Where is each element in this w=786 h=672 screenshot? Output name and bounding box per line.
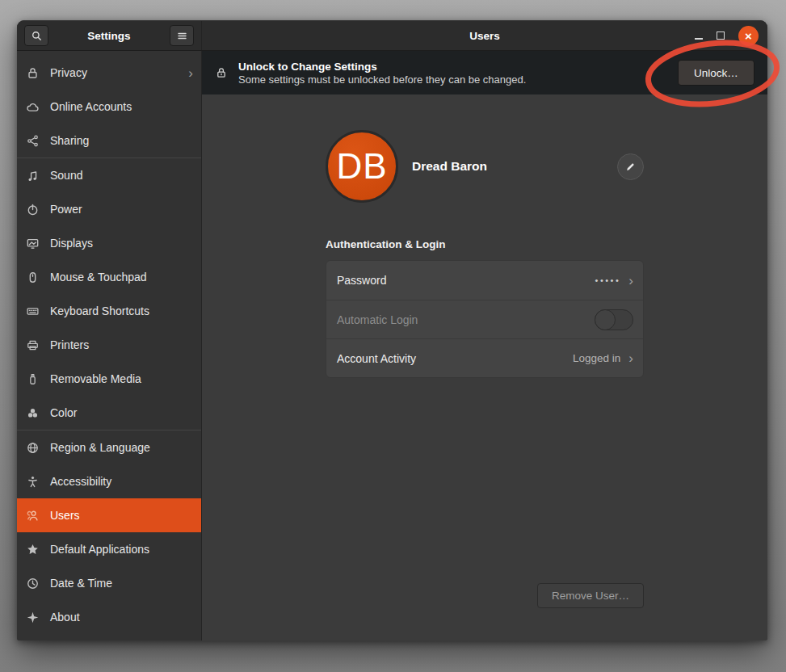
lock-icon [215, 66, 228, 79]
section-title: Authentication & Login [326, 238, 644, 250]
power-icon [26, 203, 40, 216]
sidebar-item-keyboard-shortcuts[interactable]: Keyboard Shortcuts [17, 294, 201, 328]
keyboard-icon [26, 304, 40, 318]
user-card: DB Dread Baron [326, 130, 644, 203]
sidebar-item-mouse-touchpad[interactable]: Mouse & Touchpad [17, 260, 201, 294]
sidebar-item-sound[interactable]: Sound [17, 158, 201, 192]
titlebar-left: Settings [17, 21, 202, 50]
pencil-icon [625, 162, 636, 172]
password-label: Password [337, 274, 595, 287]
color-icon [26, 406, 40, 420]
bottom-actions: Remove User… [326, 583, 644, 640]
banner-text: Unlock to Change Settings Some settings … [238, 61, 526, 86]
sidebar-item-privacy[interactable]: Privacy › [17, 56, 201, 90]
sidebar-item-displays[interactable]: Displays [17, 226, 201, 260]
sidebar-item-label: Date & Time [50, 577, 193, 590]
sidebar-item-label: Accessibility [50, 475, 193, 488]
sidebar-item-default-applications[interactable]: Default Applications [17, 532, 201, 566]
close-button[interactable]: × [738, 26, 759, 46]
sidebar-item-label: Color [50, 406, 193, 419]
sidebar-item-users[interactable]: Users [17, 498, 201, 532]
account-activity-row[interactable]: Account Activity Logged in › [326, 338, 643, 377]
sidebar-item-label: About [50, 611, 193, 624]
sidebar-item-removable-media[interactable]: Removable Media [17, 362, 201, 396]
rename-user-button[interactable] [617, 153, 644, 180]
users-icon [26, 509, 40, 523]
flash-drive-icon [26, 372, 40, 386]
unlock-button[interactable]: Unlock… [678, 60, 754, 86]
sidebar-item-label: Region & Language [50, 441, 193, 454]
toggle-knob [595, 309, 616, 330]
chevron-right-icon: › [628, 351, 633, 365]
sidebar-item-label: Mouse & Touchpad [50, 271, 193, 284]
menu-button[interactable] [170, 25, 194, 46]
chevron-right-icon: › [628, 274, 633, 288]
titlebar-right: Users × [202, 21, 767, 50]
sidebar-item-label: Default Applications [50, 543, 193, 556]
mouse-icon [26, 271, 40, 284]
sidebar-item-label: Privacy [50, 66, 178, 79]
sidebar-item-label: Users [50, 509, 193, 522]
sidebar-item-accessibility[interactable]: Accessibility [17, 464, 201, 498]
lock-icon [26, 66, 40, 80]
maximize-icon [717, 32, 725, 40]
search-icon [31, 30, 43, 42]
music-note-icon [26, 169, 40, 183]
sidebar-item-label: Power [50, 203, 193, 216]
account-activity-label: Account Activity [337, 352, 573, 365]
minimize-button[interactable] [695, 32, 703, 40]
sidebar-item-label: Keyboard Shortcuts [50, 304, 193, 317]
cloud-icon [26, 100, 40, 114]
sidebar-item-label: Sound [50, 169, 193, 182]
auth-login-list: Password ••••• › Automatic Login [326, 260, 644, 378]
maximize-button[interactable] [717, 32, 725, 40]
banner-subtitle: Some settings must be unlocked before th… [238, 74, 526, 86]
sidebar-item-date-time[interactable]: Date & Time [17, 566, 201, 600]
account-activity-value: Logged in [573, 352, 620, 364]
sidebar-item-about[interactable]: About [17, 600, 201, 634]
sidebar-item-sharing[interactable]: Sharing [17, 124, 201, 158]
window-controls: × [695, 26, 759, 46]
automatic-login-toggle[interactable] [595, 309, 633, 330]
chevron-right-icon: › [188, 66, 193, 80]
share-icon [26, 134, 40, 148]
remove-user-button[interactable]: Remove User… [537, 583, 644, 608]
page-title: Users [202, 30, 767, 42]
users-panel: DB Dread Baron Authentication & Login [202, 94, 767, 640]
auth-login-section: Authentication & Login Password ••••• › … [326, 238, 644, 378]
titlebar: Settings Users × [17, 20, 767, 51]
user-full-name: Dread Baron [412, 159, 487, 174]
printer-icon [26, 338, 40, 352]
sidebar-item-label: Online Accounts [50, 100, 193, 113]
close-icon: × [745, 30, 752, 42]
window-body: Privacy › Online Accounts Sharing [17, 51, 767, 640]
sidebar: Privacy › Online Accounts Sharing [17, 51, 202, 640]
password-row[interactable]: Password ••••• › [326, 261, 643, 300]
sidebar-item-label: Printers [50, 338, 193, 351]
password-value: ••••• [595, 275, 621, 285]
sidebar-item-online-accounts[interactable]: Online Accounts [17, 90, 201, 124]
main-content: Unlock to Change Settings Some settings … [202, 51, 767, 640]
unlock-banner: Unlock to Change Settings Some settings … [202, 51, 767, 94]
clock-icon [26, 577, 40, 590]
banner-title: Unlock to Change Settings [238, 61, 526, 73]
automatic-login-label: Automatic Login [337, 313, 595, 326]
sidebar-item-printers[interactable]: Printers [17, 328, 201, 362]
sidebar-item-label: Removable Media [50, 372, 193, 385]
star-icon [26, 543, 40, 556]
sidebar-item-color[interactable]: Color [17, 396, 201, 430]
display-icon [26, 237, 40, 250]
hamburger-icon [176, 30, 188, 42]
settings-window: Settings Users × Privacy › [17, 20, 767, 640]
automatic-login-row: Automatic Login [326, 300, 643, 338]
globe-icon [26, 441, 40, 455]
avatar[interactable]: DB [326, 130, 398, 203]
search-button[interactable] [24, 25, 48, 46]
sidebar-title: Settings [48, 30, 170, 42]
sidebar-item-label: Displays [50, 237, 193, 250]
avatar-initials: DB [336, 146, 387, 187]
sparkle-icon [26, 611, 40, 624]
sidebar-item-label: Sharing [50, 134, 193, 147]
sidebar-item-power[interactable]: Power [17, 192, 201, 226]
sidebar-item-region-language[interactable]: Region & Language [17, 430, 201, 464]
